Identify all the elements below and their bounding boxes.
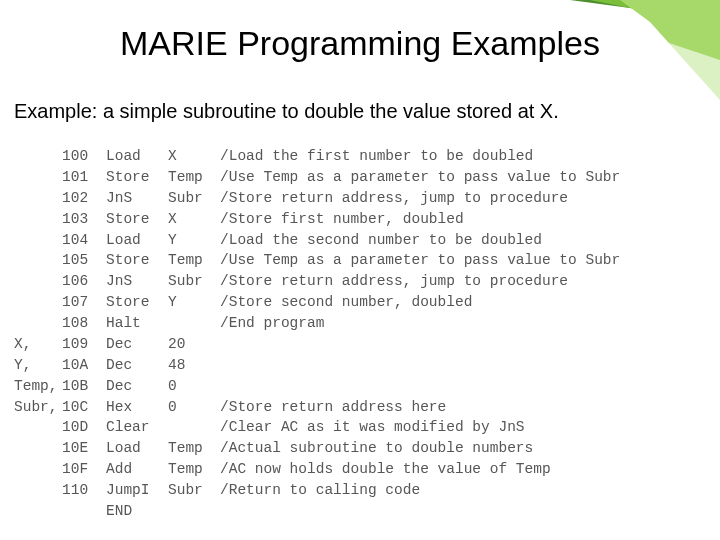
code-arg: 0	[168, 397, 220, 418]
code-arg: Temp	[168, 438, 220, 459]
code-arg: Subr	[168, 271, 220, 292]
code-address: 104	[62, 230, 106, 251]
code-address: 101	[62, 167, 106, 188]
slide-title: MARIE Programming Examples	[0, 24, 720, 63]
code-comment: /Store return address, jump to procedure	[220, 271, 710, 292]
code-label: X,	[14, 334, 62, 355]
code-line: 105StoreTemp/Use Temp as a parameter to …	[14, 250, 710, 271]
code-opcode: Hex	[106, 397, 168, 418]
code-line: Y,10ADec48	[14, 355, 710, 376]
code-address: 10B	[62, 376, 106, 397]
code-address: 102	[62, 188, 106, 209]
code-address: 110	[62, 480, 106, 501]
code-arg	[168, 501, 220, 522]
code-comment: /Store second number, doubled	[220, 292, 710, 313]
code-label	[14, 501, 62, 522]
code-opcode: Dec	[106, 376, 168, 397]
code-comment: /Store return address, jump to procedure	[220, 188, 710, 209]
code-line: X,109Dec20	[14, 334, 710, 355]
code-line: END	[14, 501, 710, 522]
code-opcode: JnS	[106, 271, 168, 292]
code-arg: Y	[168, 230, 220, 251]
code-label	[14, 188, 62, 209]
code-label	[14, 146, 62, 167]
code-opcode: Store	[106, 209, 168, 230]
code-arg	[168, 417, 220, 438]
code-address: 108	[62, 313, 106, 334]
code-line: 108Halt/End program	[14, 313, 710, 334]
code-comment: /AC now holds double the value of Temp	[220, 459, 710, 480]
code-opcode: Dec	[106, 334, 168, 355]
code-arg: 0	[168, 376, 220, 397]
code-opcode: JumpI	[106, 480, 168, 501]
code-opcode: Clear	[106, 417, 168, 438]
code-line: 102JnSSubr/Store return address, jump to…	[14, 188, 710, 209]
code-label	[14, 459, 62, 480]
code-opcode: Halt	[106, 313, 168, 334]
code-arg: Subr	[168, 188, 220, 209]
code-arg: 48	[168, 355, 220, 376]
code-arg: X	[168, 209, 220, 230]
code-line: 100LoadX/Load the first number to be dou…	[14, 146, 710, 167]
code-comment: /Load the second number to be doubled	[220, 230, 710, 251]
code-comment: /Store return address here	[220, 397, 710, 418]
code-opcode: Load	[106, 438, 168, 459]
code-line: 106JnSSubr/Store return address, jump to…	[14, 271, 710, 292]
code-arg: Subr	[168, 480, 220, 501]
code-comment	[220, 334, 710, 355]
code-comment: /Store first number, doubled	[220, 209, 710, 230]
code-arg: Y	[168, 292, 220, 313]
code-arg: Temp	[168, 459, 220, 480]
code-opcode: Store	[106, 292, 168, 313]
code-label	[14, 167, 62, 188]
code-arg: Temp	[168, 167, 220, 188]
code-address: 10A	[62, 355, 106, 376]
code-line: Subr,10CHex0/Store return address here	[14, 397, 710, 418]
code-address: 106	[62, 271, 106, 292]
code-label	[14, 292, 62, 313]
code-label: Temp,	[14, 376, 62, 397]
code-label	[14, 438, 62, 459]
code-comment	[220, 501, 710, 522]
code-comment: /Actual subroutine to double numbers	[220, 438, 710, 459]
code-line: 10DClear/Clear AC as it was modified by …	[14, 417, 710, 438]
code-opcode: Dec	[106, 355, 168, 376]
code-address	[62, 501, 106, 522]
code-arg: 20	[168, 334, 220, 355]
code-label	[14, 230, 62, 251]
code-opcode: END	[106, 501, 168, 522]
code-opcode: Store	[106, 167, 168, 188]
code-line: 101StoreTemp/Use Temp as a parameter to …	[14, 167, 710, 188]
code-comment: /Load the first number to be doubled	[220, 146, 710, 167]
code-label: Y,	[14, 355, 62, 376]
code-opcode: Load	[106, 230, 168, 251]
code-comment: /End program	[220, 313, 710, 334]
code-opcode: Load	[106, 146, 168, 167]
code-label	[14, 313, 62, 334]
slide: MARIE Programming Examples Example: a si…	[0, 0, 720, 540]
code-address: 105	[62, 250, 106, 271]
code-opcode: Add	[106, 459, 168, 480]
code-opcode: Store	[106, 250, 168, 271]
code-line: 103StoreX/Store first number, doubled	[14, 209, 710, 230]
code-arg: Temp	[168, 250, 220, 271]
code-arg: X	[168, 146, 220, 167]
code-opcode: JnS	[106, 188, 168, 209]
code-address: 107	[62, 292, 106, 313]
code-line: 10FAddTemp/AC now holds double the value…	[14, 459, 710, 480]
code-label	[14, 209, 62, 230]
code-comment: /Use Temp as a parameter to pass value t…	[220, 250, 710, 271]
code-comment: /Return to calling code	[220, 480, 710, 501]
code-address: 10E	[62, 438, 106, 459]
code-arg	[168, 313, 220, 334]
code-line: 110JumpISubr/Return to calling code	[14, 480, 710, 501]
slide-subtitle: Example: a simple subroutine to double t…	[14, 100, 559, 123]
code-listing: 100LoadX/Load the first number to be dou…	[14, 146, 710, 522]
code-label	[14, 271, 62, 292]
code-label: Subr,	[14, 397, 62, 418]
code-address: 109	[62, 334, 106, 355]
svg-marker-0	[570, 0, 720, 20]
code-comment	[220, 355, 710, 376]
code-address: 10C	[62, 397, 106, 418]
code-address: 100	[62, 146, 106, 167]
